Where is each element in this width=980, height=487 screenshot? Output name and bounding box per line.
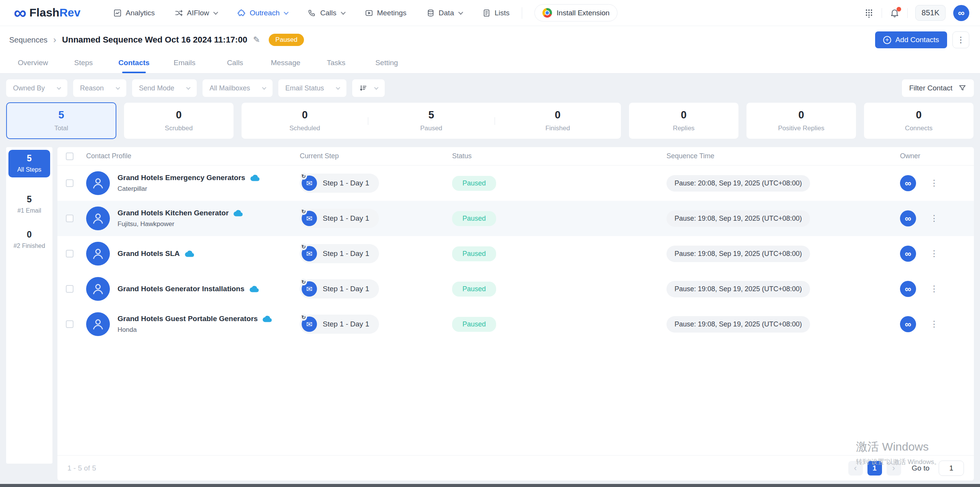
email-status-filter[interactable]: Email Status [278, 79, 346, 97]
header-actions: + Add Contacts ⋮ [875, 31, 969, 48]
tab-calls[interactable]: Calls [210, 54, 260, 73]
contact-company: Honda [118, 326, 272, 334]
email-step-icon: ✉↻ [302, 211, 317, 226]
chevron-down-icon [262, 85, 266, 90]
status-badge: Paused [452, 317, 496, 332]
phone-icon [308, 9, 316, 17]
contacts-table: Contact Profile Current Step Status Sequ… [57, 147, 974, 480]
table-footer: 1 - 5 of 5 ‹ 1 › Go to [57, 455, 974, 480]
chevron-down-icon [374, 85, 379, 90]
tab-tasks[interactable]: Tasks [311, 54, 361, 73]
sidebar-item-step2-finished[interactable]: 0 #2 Finished [6, 227, 52, 252]
row-checkbox[interactable] [66, 320, 74, 328]
user-avatar[interactable]: ∞ [953, 5, 969, 21]
goto-label: Go to [912, 464, 929, 472]
contact-name[interactable]: Grand Hotels Guest Portable Generators [118, 315, 258, 323]
nav-aiflow[interactable]: AIFlow [175, 9, 217, 17]
contact-name[interactable]: Grand Hotels Emergency Generators [118, 174, 245, 182]
sidebar-item-step1-email[interactable]: 5 #1 Email [6, 192, 52, 216]
install-extension-button[interactable]: Install Extension [534, 4, 617, 21]
stat-card-total[interactable]: 5 Total [6, 102, 116, 139]
salesforce-cloud-icon [249, 285, 259, 292]
goto-page-input[interactable] [939, 461, 964, 476]
column-status: Status [452, 152, 666, 160]
salesforce-cloud-icon [185, 250, 194, 257]
breadcrumb-sequences-link[interactable]: Sequences [9, 36, 47, 44]
owned-by-filter[interactable]: Owned By [6, 79, 67, 97]
owner-avatar: ∞ [900, 175, 916, 191]
tab-steps[interactable]: Steps [58, 54, 109, 73]
reason-filter[interactable]: Reason [73, 79, 126, 97]
row-checkbox[interactable] [66, 215, 74, 222]
contact-name[interactable]: Grand Hotels SLA [118, 249, 180, 258]
mailboxes-filter[interactable]: All Mailboxes [203, 79, 273, 97]
table-row[interactable]: Grand Hotels Kitchen Generator Fujitsu, … [57, 201, 974, 236]
nav-calls[interactable]: Calls [308, 9, 345, 17]
edit-title-icon[interactable]: ✎ [253, 35, 260, 45]
contact-name[interactable]: Grand Hotels Generator Installations [118, 285, 245, 293]
notifications-bell-icon[interactable] [890, 8, 900, 18]
nav-data[interactable]: Data [426, 9, 462, 17]
apps-grid-icon[interactable] [864, 8, 874, 18]
prev-page-button[interactable]: ‹ [848, 461, 863, 476]
stat-card-scrubbed[interactable]: 0 Scrubbed [124, 102, 234, 139]
current-step-pill: ✉↻ Step 1 - Day 1 [300, 315, 379, 334]
loop-icon: ↻ [300, 208, 307, 215]
table-row[interactable]: Grand Hotels Generator Installations ✉↻ … [57, 271, 974, 307]
nav-lists[interactable]: Lists [482, 9, 510, 17]
filter-contact-button[interactable]: Filter Contact [902, 79, 974, 97]
chevron-down-icon [186, 85, 191, 90]
contact-name[interactable]: Grand Hotels Kitchen Generator [118, 209, 229, 217]
row-checkbox[interactable] [66, 285, 74, 293]
sort-order-dropdown[interactable] [352, 79, 385, 97]
owner-avatar: ∞ [900, 246, 916, 262]
stat-card-scheduled[interactable]: 0 Scheduled [242, 103, 368, 139]
more-options-button[interactable]: ⋮ [952, 31, 969, 48]
row-checkbox[interactable] [66, 179, 74, 187]
column-sequence-time: Sequence Time [666, 152, 892, 160]
column-owner: Owner [892, 152, 974, 160]
tab-emails[interactable]: Emails [159, 54, 210, 73]
row-menu-button[interactable]: ⋮ [930, 284, 938, 294]
stat-card-replies[interactable]: 0 Replies [629, 102, 739, 139]
steps-sidebar: 5 All Steps 5 #1 Email 0 #2 Finished [6, 147, 52, 464]
tab-message[interactable]: Message [260, 54, 311, 73]
table-row[interactable]: Grand Hotels Guest Portable Generators H… [57, 307, 974, 342]
flashrev-logo[interactable]: ∞ FlashRev [14, 5, 80, 21]
chevron-down-icon [458, 10, 463, 15]
select-all-checkbox[interactable] [66, 152, 74, 160]
tab-contacts[interactable]: Contacts [109, 54, 159, 73]
add-contacts-button[interactable]: + Add Contacts [875, 31, 947, 48]
main-menu: Analytics AIFlow Outreach Calls Meetings… [113, 9, 510, 17]
email-step-icon: ✉↻ [302, 316, 317, 332]
row-menu-button[interactable]: ⋮ [930, 249, 938, 259]
brand-name: FlashRev [29, 6, 80, 19]
credits-counter[interactable]: 851K [915, 5, 946, 21]
stat-card-positive-replies[interactable]: 0 Positive Replies [746, 102, 856, 139]
nav-meetings[interactable]: Meetings [365, 9, 407, 17]
row-menu-button[interactable]: ⋮ [930, 319, 938, 329]
sequence-time-pill: Pause: 19:08, Sep 19, 2025 (UTC+08:00) [666, 316, 810, 333]
row-menu-button[interactable]: ⋮ [930, 178, 938, 188]
sequence-tabs: Overview Steps Contacts Emails Calls Mes… [0, 54, 980, 74]
sidebar-item-all-steps[interactable]: 5 All Steps [8, 150, 50, 177]
taskbar-edge [0, 484, 980, 487]
row-checkbox[interactable] [66, 250, 74, 257]
sequence-status-badge: Paused [269, 34, 304, 46]
tab-setting[interactable]: Setting [361, 54, 412, 73]
current-step-pill: ✉↻ Step 1 - Day 1 [300, 279, 379, 298]
next-page-button[interactable]: › [887, 461, 901, 476]
send-mode-filter[interactable]: Send Mode [132, 79, 197, 97]
loop-icon: ↻ [300, 314, 307, 321]
plus-icon: + [883, 36, 891, 44]
stat-card-connects[interactable]: 0 Connects [864, 102, 974, 139]
tab-overview[interactable]: Overview [8, 54, 58, 73]
stat-card-finished[interactable]: 0 Finished [495, 103, 621, 139]
nav-outreach[interactable]: Outreach [237, 9, 288, 17]
table-row[interactable]: Grand Hotels Emergency Generators Caterp… [57, 166, 974, 201]
stat-card-paused[interactable]: 5 Paused [368, 103, 494, 139]
row-menu-button[interactable]: ⋮ [930, 213, 938, 223]
table-row[interactable]: Grand Hotels SLA ✉↻ Step 1 - Day 1 Pause… [57, 236, 974, 271]
current-page[interactable]: 1 [867, 461, 882, 476]
nav-analytics[interactable]: Analytics [113, 9, 155, 17]
